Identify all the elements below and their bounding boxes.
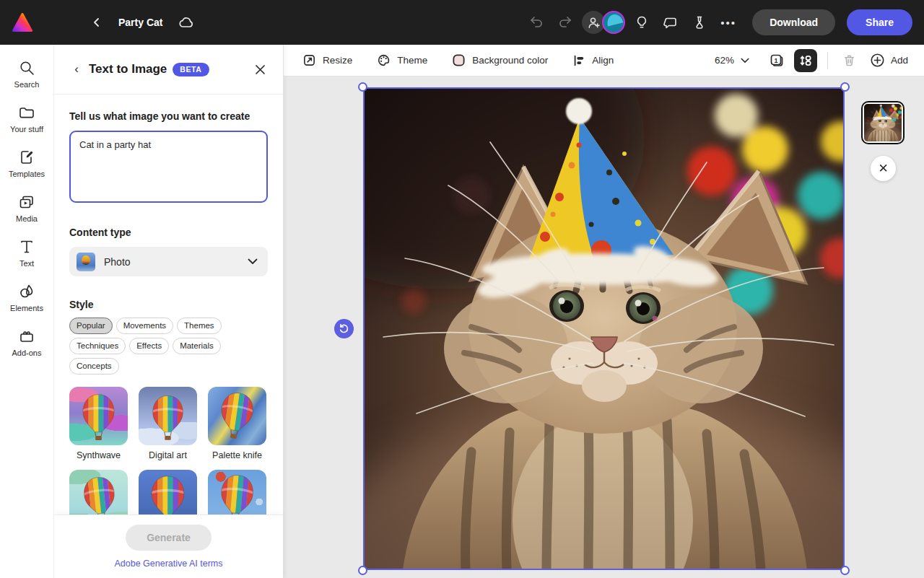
delete-button[interactable] [838,49,861,72]
style-tabs: Popular Movements Themes Techniques Effe… [69,318,257,375]
add-person-icon [587,16,601,30]
style-option-palette-knife[interactable]: Palette knife [208,387,266,460]
more-options-button[interactable]: ••• [716,10,741,35]
beta-labs-button[interactable] [687,10,712,35]
generated-cat-image [363,87,845,570]
share-button[interactable]: Share [847,9,912,35]
resize-handle-top-left[interactable] [358,82,367,92]
top-bar: Party Cat ••• Download Share [0,0,924,45]
flask-icon [692,15,707,30]
text-icon [18,238,35,255]
style-tab-effects[interactable]: Effects [129,338,169,354]
canvas-workspace: Resize Theme Background color Align 62% [284,45,924,578]
search-icon [18,59,35,76]
resize-handle-bottom-left[interactable] [358,566,367,575]
back-button[interactable] [87,12,107,32]
sidebar-item-media[interactable]: Media [3,189,51,227]
adobe-express-logo-icon[interactable] [12,12,33,33]
style-option-synthwave[interactable]: Synthwave [69,387,128,460]
style-option-4[interactable] [69,470,128,514]
add-button[interactable]: Add [870,53,908,68]
style-option-6[interactable] [208,470,266,514]
add-ons-icon [18,328,35,345]
sidebar-item-search[interactable]: Search [3,55,51,93]
layers-arrange-icon [798,53,813,68]
lightbulb-icon [635,15,649,30]
context-toolbar: Resize Theme Background color Align 62% [284,45,924,76]
pages-icon: 1 [769,53,785,69]
sidebar-item-elements[interactable]: Elements [3,279,51,317]
ellipsis-icon: ••• [720,17,736,29]
theme-button[interactable]: Theme [377,53,427,67]
media-icon [18,193,35,211]
zoom-level-dropdown[interactable]: 62% [715,55,749,66]
sidebar-item-add-ons[interactable]: Add-ons [3,323,51,362]
pages-button[interactable]: 1 [765,49,788,72]
panel-close-button[interactable] [250,59,270,79]
template-icon [18,149,35,166]
document-title: Party Cat [118,17,162,28]
toolbar-divider [827,52,828,69]
resize-button[interactable]: Resize [302,53,352,67]
text-to-image-panel: ‹ Text to Image BETA Tell us what image … [54,45,284,578]
trash-icon [842,53,856,67]
user-avatar[interactable] [602,11,625,34]
comment-icon [663,15,678,30]
style-tab-popular[interactable]: Popular [69,318,113,334]
sidebar-item-your-stuff[interactable]: Your stuff [3,100,51,138]
theme-palette-icon [377,53,391,67]
background-color-button[interactable]: Background color [452,53,548,67]
generate-button[interactable]: Generate [126,525,212,551]
undo-button[interactable] [524,10,549,35]
cloud-sync-icon[interactable] [175,12,197,33]
shapes-icon [18,283,35,300]
style-tab-materials[interactable]: Materials [173,338,221,354]
chevron-left-icon [91,17,103,28]
zoom-level-value: 62% [715,55,734,66]
align-button[interactable]: Align [572,54,614,67]
style-option-5[interactable] [139,470,197,514]
resize-handle-top-right[interactable] [840,82,850,92]
content-type-heading: Content type [69,227,268,238]
redo-button[interactable] [553,10,578,35]
panel-title: Text to Image [89,62,167,76]
redo-icon [558,16,572,29]
style-tab-themes[interactable]: Themes [177,318,222,334]
page-thumbnail[interactable] [861,101,905,144]
style-option-digital-art[interactable]: Digital art [139,387,197,460]
resize-icon [302,53,316,67]
download-button[interactable]: Download [752,9,835,35]
style-heading: Style [69,299,268,310]
page-thumbnail-image [864,104,902,141]
plus-circle-icon [870,53,885,68]
folder-icon [18,104,35,121]
content-type-value: Photo [104,256,131,268]
prompt-heading: Tell us what image you want to create [69,110,268,122]
ideas-button[interactable] [629,10,654,35]
rotate-handle[interactable] [334,319,354,338]
canvas-selected-image[interactable] [363,87,845,570]
panel-content: Tell us what image you want to create Ca… [54,95,283,514]
close-icon [255,64,266,75]
content-type-dropdown[interactable]: Photo [69,247,268,276]
sidebar-item-templates[interactable]: Templates [3,144,51,183]
generative-ai-terms-link[interactable]: Adobe Generative AI terms [114,559,222,569]
background-color-swatch-icon [452,53,466,67]
resize-handle-bottom-right[interactable] [840,566,850,575]
rotate-icon [339,323,349,334]
chevron-down-icon [248,258,258,265]
svg-text:1: 1 [774,56,777,64]
beta-badge: BETA [173,63,209,76]
comments-button[interactable] [658,10,683,35]
panel-header: ‹ Text to Image BETA [54,45,283,95]
style-tab-movements[interactable]: Movements [116,318,173,334]
align-icon [572,54,585,67]
style-tab-concepts[interactable]: Concepts [69,358,119,375]
content-type-thumbnail [77,253,95,271]
delete-page-button[interactable]: ✕ [871,156,896,181]
style-tab-techniques[interactable]: Techniques [69,338,126,354]
layers-button[interactable] [794,49,817,72]
panel-back-button[interactable]: ‹ [67,60,86,79]
prompt-input[interactable]: Cat in a party hat [69,131,268,203]
sidebar-item-text[interactable]: Text [3,234,51,272]
